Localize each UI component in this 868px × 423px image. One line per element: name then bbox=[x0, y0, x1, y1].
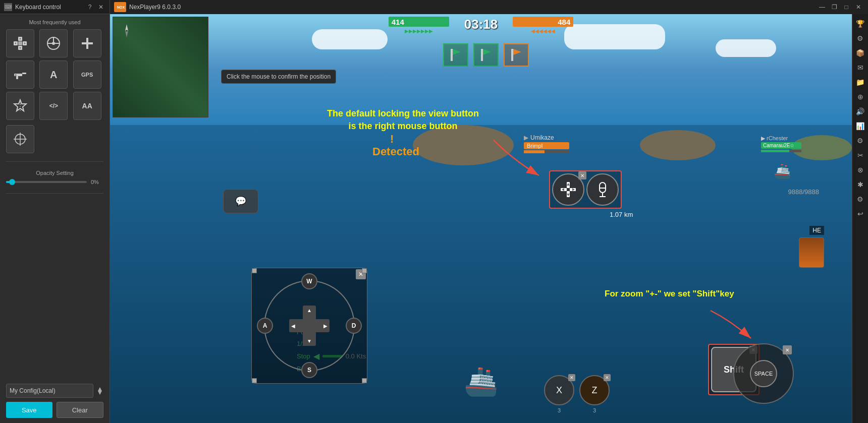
x-key-label: X bbox=[556, 385, 562, 396]
resize-br[interactable] bbox=[362, 378, 367, 383]
clear-button[interactable]: Clear bbox=[57, 402, 104, 418]
keyboard-control-panel: ⌨ Keyboard control ? ✕ Most frequently u… bbox=[0, 0, 110, 423]
resize-tl[interactable] bbox=[252, 268, 257, 273]
extra-icon-row bbox=[0, 125, 110, 157]
opacity-row: 0% bbox=[6, 179, 103, 185]
save-button[interactable]: Save bbox=[6, 402, 52, 418]
right-score-area: 484 ◀◀◀◀◀◀ bbox=[513, 17, 573, 34]
close-app-button[interactable]: ✕ bbox=[853, 2, 864, 13]
window-controls: — ❐ □ ✕ bbox=[817, 2, 864, 13]
app-title-bar: NOX NexPlayer9 6.0.3.0 — ❐ □ ✕ bbox=[110, 0, 868, 14]
restore-button[interactable]: ❐ bbox=[829, 2, 840, 13]
z-btn-number: 3 bbox=[593, 407, 596, 413]
z-key-btn[interactable]: Z ✕ bbox=[579, 375, 610, 405]
svg-marker-32 bbox=[483, 49, 491, 55]
x-key-btn[interactable]: X ✕ bbox=[544, 375, 574, 405]
star-icon-btn[interactable] bbox=[6, 92, 34, 120]
z-btn-close[interactable]: ✕ bbox=[604, 374, 611, 381]
detected-label: Detected bbox=[372, 145, 419, 158]
bottom-action-btns: X ✕ 3 Z ✕ 3 bbox=[544, 375, 610, 405]
gps-icon-btn[interactable]: GPS bbox=[73, 61, 101, 89]
x-btn-close[interactable]: ✕ bbox=[568, 374, 575, 381]
key-a[interactable]: A bbox=[257, 318, 273, 334]
right-score-bar: 484 bbox=[513, 17, 573, 27]
flag-right bbox=[473, 43, 499, 67]
enemy-hp-bar-fill bbox=[524, 150, 545, 153]
player-ship: 🚢 bbox=[464, 365, 499, 398]
gun-icon-btn[interactable] bbox=[6, 61, 34, 89]
config-row: My Config(Local) Default Config ▲ ▼ bbox=[6, 384, 103, 398]
config-select[interactable]: My Config(Local) Default Config bbox=[6, 384, 93, 398]
opacity-label: Opacity Setting bbox=[6, 170, 103, 176]
circle-plus-btn[interactable]: ⊕ bbox=[854, 90, 867, 103]
left-score-bar: 414 bbox=[389, 17, 449, 27]
hud-top: 414 ▶▶▶▶▶▶▶ 03:18 484 ◀◀◀◀◀◀ bbox=[110, 17, 852, 34]
keyboard-icon: ⌨ bbox=[4, 3, 12, 11]
chat-bubble[interactable]: 💬 bbox=[223, 189, 258, 213]
code-icon-btn[interactable]: </> bbox=[39, 92, 68, 120]
divider-1 bbox=[6, 161, 103, 162]
enemy-ship-area: ▶ Umikaze Brimpl bbox=[524, 134, 569, 153]
resize-tr[interactable] bbox=[362, 268, 367, 273]
right-joystick-close[interactable]: ✕ bbox=[783, 345, 792, 354]
enemy-chester-area: ▶ rChester Camarau2E☆ bbox=[761, 135, 801, 152]
settings-btn[interactable]: ⚙ bbox=[854, 32, 867, 45]
move-btn-close[interactable]: ✕ bbox=[578, 171, 586, 179]
key-d[interactable]: D bbox=[346, 318, 362, 334]
game-canvas: 414 ▶▶▶▶▶▶▶ 03:18 484 ◀◀◀◀◀◀ bbox=[110, 14, 852, 423]
joystick-circle: W S A D ◀ ▶ bbox=[264, 280, 355, 371]
settings2-btn[interactable]: ⚙ bbox=[854, 193, 867, 206]
island-1 bbox=[413, 125, 514, 165]
maximize-button[interactable]: □ bbox=[841, 2, 852, 13]
opacity-slider[interactable] bbox=[6, 181, 87, 183]
minimize-button[interactable]: — bbox=[817, 2, 828, 13]
folder-btn[interactable]: 📁 bbox=[854, 76, 867, 89]
asterisk-btn[interactable]: ✱ bbox=[854, 178, 867, 191]
svg-text:NOX: NOX bbox=[117, 6, 125, 9]
back-btn[interactable]: ↩ bbox=[854, 207, 867, 220]
detected-icon: ! bbox=[390, 133, 394, 146]
resize-bl[interactable] bbox=[252, 378, 257, 383]
steering-icon-btn[interactable] bbox=[39, 29, 68, 57]
messages-btn[interactable]: ✉ bbox=[854, 61, 867, 74]
space-btn[interactable]: SPACE bbox=[750, 360, 777, 387]
opacity-section: Opacity Setting 0% bbox=[0, 166, 110, 189]
arrow-right: ◀◀◀◀◀◀ bbox=[531, 28, 555, 34]
ammo-bullet bbox=[799, 237, 824, 268]
svg-rect-45 bbox=[600, 188, 606, 189]
svg-rect-4 bbox=[18, 41, 22, 45]
cross-btn[interactable]: ⊗ bbox=[854, 163, 867, 176]
close-panel-button[interactable]: ✕ bbox=[96, 3, 105, 12]
left-score: 414 bbox=[392, 18, 404, 26]
bottom-controls: My Config(Local) Default Config ▲ ▼ Save… bbox=[0, 379, 110, 423]
opacity-slider-thumb[interactable] bbox=[9, 179, 15, 185]
timer-area: 03:18 bbox=[464, 17, 498, 32]
stats-btn[interactable]: 📊 bbox=[854, 119, 867, 133]
icon-grid: A GPS </> AA bbox=[0, 29, 110, 125]
joystick-overlay: ✕ W S A D bbox=[251, 268, 367, 384]
flag-enemy-1 bbox=[504, 43, 529, 67]
dpad-up-arrow: ▲ bbox=[307, 308, 312, 313]
key-w[interactable]: W bbox=[301, 273, 317, 289]
package-btn[interactable]: 📦 bbox=[854, 46, 867, 59]
distance-label: 1.07 km bbox=[610, 211, 633, 218]
move-view-btn[interactable]: ✕ bbox=[552, 173, 584, 206]
panel-controls: ? ✕ bbox=[85, 3, 105, 12]
help-button[interactable]: ? bbox=[85, 3, 94, 12]
cloud-3 bbox=[716, 39, 776, 57]
volume-btn[interactable]: 🔊 bbox=[854, 105, 867, 118]
add-icon-btn[interactable] bbox=[73, 29, 101, 57]
look-btn[interactable] bbox=[586, 173, 619, 206]
text-size-btn[interactable]: AA bbox=[73, 92, 101, 120]
keyboard-letter-btn[interactable]: A bbox=[39, 61, 68, 89]
right-score: 484 bbox=[558, 18, 570, 26]
arrow-1: ▶▶▶▶▶▶▶ bbox=[405, 28, 433, 34]
crosshair-icon-btn[interactable] bbox=[6, 125, 34, 153]
scissors-btn[interactable]: ✂ bbox=[854, 149, 867, 162]
svg-rect-17 bbox=[22, 73, 26, 74]
trophy-btn[interactable]: 🏆 bbox=[854, 17, 867, 30]
gear-btn[interactable]: ⚙ bbox=[854, 134, 867, 147]
score-display: 9888/9888 bbox=[788, 188, 819, 196]
key-s[interactable]: S bbox=[301, 362, 317, 378]
dpad-icon-btn[interactable] bbox=[6, 29, 34, 57]
